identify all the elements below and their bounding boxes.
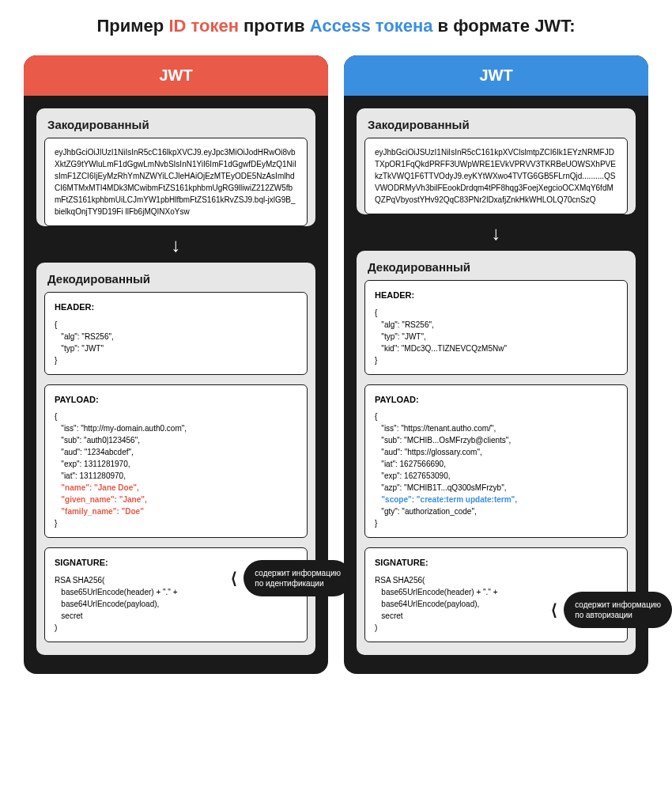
payload-box-left: PAYLOAD: { "iss": "http://my-domain.auth… <box>44 384 308 539</box>
decoded-label-r: Декодированный <box>357 251 636 280</box>
title-id-token: ID токен <box>168 16 239 36</box>
callout-authorization: содержит информацию по авторизации <box>564 592 672 628</box>
encoded-section-right: Закодированный eyJhbGciOiJSUzI1NiIsInR5c… <box>357 108 636 214</box>
decoded-label: Декодированный <box>36 263 315 292</box>
highlight-family-name: "family_name": "Doe" <box>55 505 297 517</box>
signature-title-r: SIGNATURE: <box>375 556 617 570</box>
title-access-token: Access токена <box>310 16 433 36</box>
encoded-text-left: eyJhbGciOiJIUzI1NiIsInR5cC16lkpXVCJ9.eyJ… <box>55 148 296 216</box>
arrow-down-icon: ↓ <box>357 219 636 251</box>
payload-title-r: PAYLOAD: <box>375 393 617 407</box>
payload-title: PAYLOAD: <box>55 393 297 407</box>
header-box-left: HEADER: { "alg": "RS256", "typ": "JWT" } <box>44 292 308 375</box>
highlight-scope: "scope": "create:term update:term", <box>375 494 617 505</box>
header-code-left: { "alg": "RS256", "typ": "JWT" } <box>55 319 297 366</box>
columns-container: JWT Закодированный eyJhbGciOiJIUzI1NiIsI… <box>24 55 648 674</box>
col-body-right: Закодированный eyJhbGciOiJSUzI1NiIsInR5c… <box>344 96 648 674</box>
arrow-down-icon: ↓ <box>36 231 315 263</box>
access-token-column: JWT Закодированный eyJhbGciOiJSUzI1NiIsI… <box>344 55 648 674</box>
callout-identification: содержит информацию по идентификации <box>244 560 352 596</box>
highlight-given-name: "given_name": "Jane", <box>55 494 297 505</box>
payload-code-right: { "iss": "https://tenant.autho.com/", "s… <box>375 411 617 529</box>
encoded-text-right: eyJhbGciOiJSUzI1NiIsInR5cC161kpXVClslmtp… <box>375 148 616 204</box>
jwt-header-right: JWT <box>344 55 648 96</box>
header-title: HEADER: <box>55 301 297 314</box>
encoded-label: Закодированный <box>36 108 315 138</box>
title-suffix: в формате JWT: <box>433 16 576 36</box>
payload-code-left: { "iss": "http://my-domain.auth0.com", "… <box>55 411 297 529</box>
jwt-header-left: JWT <box>24 55 328 96</box>
encoded-section-left: Закодированный eyJhbGciOiJIUzI1NiIsInR5c… <box>36 108 315 226</box>
header-code-right: { "alg": "RS256", "typ": "JWT", "kid": "… <box>375 307 617 366</box>
id-token-column: JWT Закодированный eyJhbGciOiJIUzI1NiIsI… <box>24 55 328 674</box>
encoded-box-right: eyJhbGciOiJSUzI1NiIsInR5cC161kpXVClslmtp… <box>364 138 628 214</box>
title-mid: против <box>239 16 310 36</box>
encoded-label-r: Закодированный <box>357 108 636 138</box>
highlight-name: "name": "Jane Doe", <box>55 482 297 494</box>
header-box-right: HEADER: { "alg": "RS256", "typ": "JWT", … <box>364 280 628 375</box>
encoded-box-left: eyJhbGciOiJIUzI1NiIsInR5cC16lkpXVCJ9.eyJ… <box>44 138 308 226</box>
page-title: Пример ID токен против Access токена в ф… <box>24 16 648 36</box>
title-prefix: Пример <box>97 16 169 36</box>
payload-box-right: PAYLOAD: { "iss": "https://tenant.autho.… <box>364 384 628 539</box>
header-title-r: HEADER: <box>375 289 617 302</box>
